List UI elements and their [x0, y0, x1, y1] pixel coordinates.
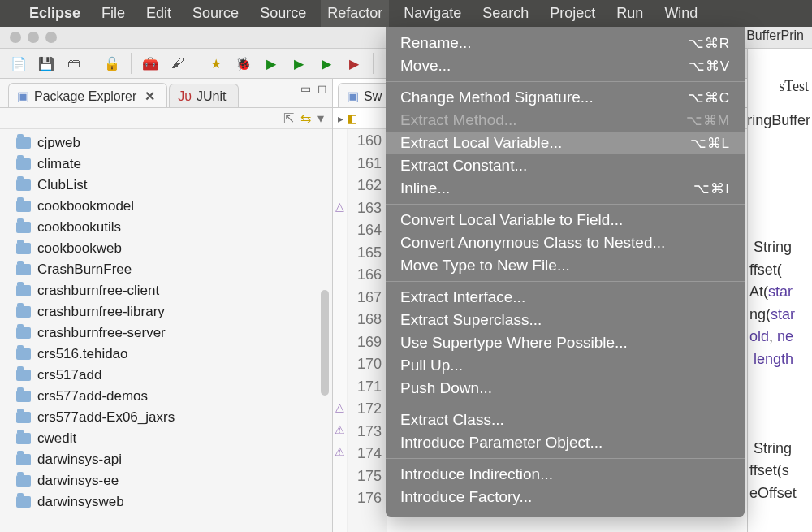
folder-icon — [16, 327, 31, 339]
close-window-icon[interactable] — [10, 32, 21, 43]
menu-item[interactable]: Move Type to New File... — [386, 254, 745, 277]
project-node[interactable]: cookbookweb — [0, 238, 332, 259]
bug-icon[interactable]: 🐞 — [233, 53, 254, 74]
menu-item[interactable]: Pull Up... — [386, 354, 745, 377]
menu-item[interactable]: Extract Constant... — [386, 154, 745, 177]
menu-item[interactable]: Extract Superclass... — [386, 309, 745, 331]
menu-file[interactable]: File — [102, 5, 125, 22]
line-number: 171 — [348, 378, 382, 401]
run-icon[interactable]: ▶ — [261, 53, 282, 74]
project-node[interactable]: ClubList — [0, 175, 332, 196]
gutter-marker — [333, 132, 347, 155]
menu-source[interactable]: Source — [192, 5, 239, 22]
minimize-window-icon[interactable] — [28, 32, 39, 43]
menu-search[interactable]: Search — [482, 5, 529, 22]
tab-package-explorer[interactable]: ▣ Package Explorer ✕ — [8, 83, 167, 107]
project-node[interactable]: crs577add-demos — [0, 386, 332, 407]
new-icon[interactable]: 📄 — [8, 53, 29, 74]
menu-item[interactable]: Convert Local Variable to Field... — [386, 209, 745, 231]
menu-edit[interactable]: Edit — [146, 5, 171, 22]
menu-item-label: Convert Local Variable to Field... — [400, 211, 623, 229]
project-label: crs517add — [37, 367, 102, 383]
view-menu-icon[interactable]: ▾ — [317, 110, 324, 126]
code-fragment: String — [748, 440, 812, 463]
project-node[interactable]: crashburnfree-client — [0, 280, 332, 301]
menu-item-shortcut: ⌥⌘R — [688, 35, 730, 52]
maximize-view-icon[interactable]: ◻ — [317, 82, 327, 95]
project-label: crs577add-demos — [37, 388, 148, 404]
menu-item[interactable]: Use Supertype Where Possible... — [386, 331, 745, 354]
link-editor-icon[interactable]: ⇆ — [300, 110, 311, 126]
menu-item: Extract Method...⌥⌘M — [386, 109, 745, 132]
project-node[interactable]: climate — [0, 154, 332, 175]
line-number-gutter: 1601611621631641651661671681691701711721… — [348, 129, 387, 532]
paint-icon[interactable]: 🖌 — [167, 53, 188, 74]
folder-icon — [16, 137, 31, 149]
menu-item[interactable]: Rename...⌥⌘R — [386, 32, 745, 54]
project-node[interactable]: darwinsysweb — [0, 491, 332, 513]
project-node[interactable]: crashburnfree-server — [0, 322, 332, 344]
menu-refactor[interactable]: Refactor — [321, 0, 389, 27]
project-node[interactable]: darwinsys-ee — [0, 470, 332, 491]
code-fragment — [748, 396, 812, 418]
zoom-window-icon[interactable] — [45, 32, 57, 43]
close-icon[interactable]: ✕ — [145, 89, 155, 104]
save-all-icon[interactable]: 🗃 — [63, 53, 84, 74]
line-number: 173 — [348, 423, 382, 446]
save-icon[interactable]: 💾 — [36, 53, 57, 74]
project-node[interactable]: cjpweb — [0, 132, 332, 154]
traffic-lights[interactable] — [10, 32, 57, 43]
project-node[interactable]: crs577add-Ex06_jaxrs — [0, 407, 332, 428]
build-icon[interactable]: 🧰 — [140, 53, 161, 74]
menu-window[interactable]: Wind — [664, 5, 698, 22]
coverage-icon[interactable]: ▶ — [316, 53, 337, 74]
scrollbar-thumb[interactable] — [321, 290, 329, 396]
menu-project[interactable]: Project — [550, 5, 595, 22]
menu-run[interactable]: Run — [616, 5, 643, 22]
project-node[interactable]: crs516.tehidao — [0, 344, 332, 365]
java-file-icon: ▣ — [347, 89, 359, 104]
menu-source-2[interactable]: Source — [260, 5, 306, 22]
project-node[interactable]: cookbookutils — [0, 217, 332, 238]
breadcrumb-right: ringBuffer — [747, 112, 810, 129]
folder-icon — [16, 454, 31, 465]
open-type-icon[interactable]: 🔓 — [102, 53, 123, 74]
menu-item[interactable]: Introduce Parameter Object... — [386, 431, 745, 454]
project-node[interactable]: CrashBurnFree — [0, 259, 332, 280]
mac-menubar: Eclipse File Edit Source Source Refactor… — [0, 0, 812, 27]
menu-item[interactable]: Move...⌥⌘V — [386, 54, 745, 77]
project-node[interactable]: darwinsys-api — [0, 449, 332, 470]
project-label: darwinsys-ee — [37, 473, 119, 489]
tab-junit[interactable]: Jυ JUnit — [169, 84, 238, 107]
menu-item[interactable]: Convert Anonymous Class to Nested... — [386, 231, 745, 254]
menu-item[interactable]: Extract Class... — [386, 409, 745, 431]
line-number: 163 — [348, 200, 382, 223]
menu-item[interactable]: Extract Interface... — [386, 286, 745, 309]
project-label: cwedit — [37, 430, 76, 447]
project-node[interactable]: cookbookmodel — [0, 196, 332, 217]
menu-item[interactable]: Inline...⌥⌘I — [386, 177, 745, 200]
menu-item-label: Convert Anonymous Class to Nested... — [400, 234, 665, 252]
editor-tab-right[interactable]: sTest — [779, 78, 809, 95]
minimize-view-icon[interactable]: ▭ — [300, 82, 311, 95]
code-fragment: ng(star — [748, 306, 812, 329]
sidebar: ▣ Package Explorer ✕ Jυ JUnit ▭ ◻ ⇱ ⇆ ▾ … — [0, 79, 333, 532]
menu-item[interactable]: Change Method Signature...⌥⌘C — [386, 86, 745, 109]
external-tools-icon[interactable]: ▶ — [343, 53, 365, 74]
menu-item[interactable]: Extract Local Variable...⌥⌘L — [386, 132, 745, 154]
project-node[interactable]: crs517add — [0, 365, 332, 386]
run-config-icon[interactable]: ▶ — [288, 53, 309, 74]
project-node[interactable]: crashburnfree-library — [0, 301, 332, 322]
debug-icon[interactable]: ★ — [205, 53, 227, 74]
menu-item-label: Move... — [400, 57, 451, 75]
refactor-menu[interactable]: Rename...⌥⌘RMove...⌥⌘VChange Method Sign… — [386, 27, 745, 517]
collapse-all-icon[interactable]: ⇱ — [283, 110, 294, 126]
menu-item[interactable]: Introduce Factory... — [386, 486, 745, 508]
app-menu[interactable]: Eclipse — [29, 5, 80, 22]
menu-item[interactable]: Introduce Indirection... — [386, 463, 745, 486]
project-node[interactable]: cwedit — [0, 428, 332, 449]
menu-item[interactable]: Push Down... — [386, 377, 745, 400]
menu-navigate[interactable]: Navigate — [404, 5, 461, 22]
project-tree[interactable]: cjpwebclimateClubListcookbookmodelcookbo… — [0, 129, 332, 532]
code-fragment — [748, 373, 812, 396]
